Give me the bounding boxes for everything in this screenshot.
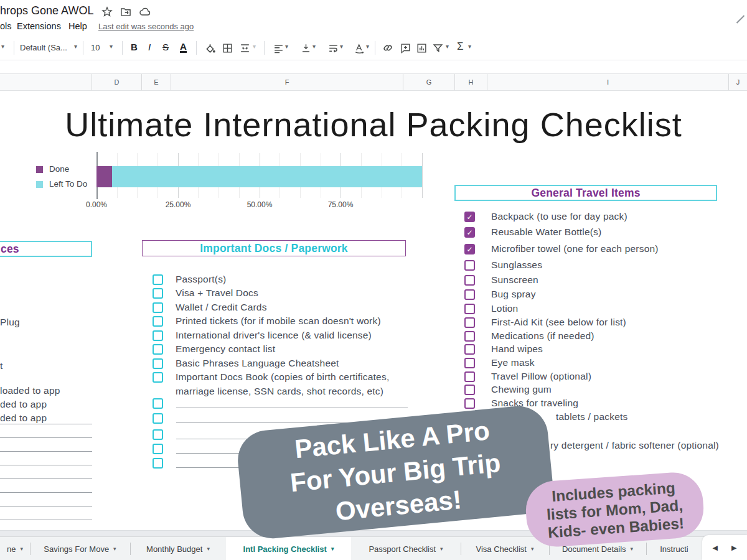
legend-label-done: Done — [49, 164, 69, 174]
font-family-select[interactable]: Default (Sa... — [20, 43, 67, 52]
docs-item-checkbox[interactable] — [153, 302, 163, 313]
legend-swatch-left-to-do — [36, 181, 43, 188]
general-item-label: Medications (if needed) — [491, 330, 594, 342]
general-item-checkbox[interactable] — [464, 317, 475, 328]
docs-item-checkbox[interactable] — [153, 358, 163, 369]
general-item-checkbox[interactable] — [464, 289, 475, 300]
toolbar-overflow-caret[interactable]: ▾ — [1, 43, 4, 50]
docs-blank-checkbox[interactable] — [153, 413, 163, 424]
menu-tools-partial[interactable]: ols — [0, 21, 12, 31]
functions-caret[interactable]: ▾ — [468, 43, 471, 50]
sheet-tab-partial-label: ne — [7, 544, 16, 554]
bold-button[interactable]: B — [131, 42, 138, 52]
tab-scroll-right-icon[interactable]: ▶ — [731, 544, 736, 552]
chart-gridline — [422, 153, 423, 198]
strikethrough-button[interactable]: S — [162, 42, 169, 52]
filter-caret[interactable]: ▾ — [446, 43, 449, 50]
fill-color-icon[interactable] — [203, 41, 217, 55]
star-icon[interactable] — [101, 6, 113, 21]
functions-icon[interactable]: Σ — [457, 40, 464, 53]
docs-item-checkbox[interactable] — [153, 288, 163, 299]
move-folder-icon[interactable] — [120, 6, 132, 21]
docs-blank-checkbox[interactable] — [153, 398, 163, 409]
general-section-header-box: General Travel Items — [454, 185, 717, 201]
general-item-checkbox[interactable] — [464, 275, 475, 286]
tab-scroll-left-icon[interactable]: ◀ — [713, 544, 718, 552]
italic-button[interactable]: I — [148, 42, 151, 52]
promo-banner-pink: Includes packinglists for Mom, Dad,Kids-… — [524, 470, 706, 549]
cloud-status-icon[interactable] — [138, 6, 152, 21]
column-header-cell-blank[interactable] — [0, 74, 92, 90]
sheet-tab-monthly-budget[interactable]: Monthly Budget▾ — [130, 537, 226, 560]
insert-link-icon[interactable] — [381, 41, 395, 55]
column-header-cell-D[interactable]: D — [92, 74, 141, 90]
general-item-checkbox[interactable] — [464, 371, 475, 382]
insert-comment-icon[interactable] — [398, 41, 412, 55]
general-item-checkbox[interactable] — [464, 260, 475, 271]
column-header-cell-E[interactable]: E — [141, 74, 171, 90]
menu-extensions[interactable]: Extensions — [17, 21, 61, 31]
text-wrap-caret[interactable]: ▾ — [340, 43, 343, 50]
last-edit-link[interactable]: Last edit was seconds ago — [98, 22, 194, 31]
docs-item-checkbox[interactable] — [153, 372, 163, 383]
left-blank-writein-line — [0, 520, 92, 520]
merge-cells-icon[interactable] — [238, 41, 251, 55]
general-item-checkbox[interactable] — [464, 398, 475, 409]
font-size-caret[interactable]: ▾ — [110, 43, 113, 50]
left-blank-writein-line — [0, 424, 92, 424]
general-item-checkbox[interactable]: ✓ — [464, 227, 475, 238]
column-header-cell-J[interactable]: J — [728, 74, 747, 90]
sheet-tab-passport-checklist[interactable]: Passport Checklist▾ — [351, 537, 461, 560]
insert-chart-icon[interactable] — [415, 41, 428, 55]
sheet-tab-label: Instructi — [660, 544, 688, 554]
general-item-checkbox[interactable] — [464, 358, 475, 368]
general-item-label: Microfiber towel (one for each person) — [491, 243, 659, 254]
horizontal-align-icon[interactable] — [271, 41, 285, 55]
column-header-cell-H[interactable]: H — [454, 74, 487, 90]
general-item-checkbox[interactable]: ✓ — [464, 212, 475, 222]
docs-item-checkbox[interactable] — [153, 274, 163, 285]
general-item-checkbox[interactable]: ✓ — [464, 244, 475, 254]
menu-help[interactable]: Help — [68, 21, 87, 31]
docs-blank-checkbox[interactable] — [153, 444, 163, 454]
sheet-tab-visa-checklist[interactable]: Visa Checklist▾ — [461, 537, 549, 560]
docs-item-checkbox[interactable] — [153, 344, 163, 355]
column-header-cell-F[interactable]: F — [171, 74, 403, 90]
text-color-button[interactable]: A — [180, 42, 187, 53]
vertical-align-caret[interactable]: ▾ — [312, 43, 316, 50]
toolbar-separator — [83, 41, 83, 55]
font-size-select[interactable]: 10 — [91, 43, 100, 52]
filter-icon[interactable] — [431, 41, 444, 55]
general-item-label: Travel Pillow (optional) — [491, 371, 591, 382]
docs-item-checkbox[interactable] — [153, 316, 163, 327]
sheet-tab-intl-packing-checklist[interactable]: Intl Packing Checklist▾ — [226, 537, 351, 560]
general-item-checkbox[interactable] — [464, 344, 475, 355]
sheet-tab-savings-for-move[interactable]: Savings For Move▾ — [30, 537, 130, 560]
docs-blank-checkbox[interactable] — [153, 458, 163, 469]
general-item-checkbox[interactable] — [464, 331, 475, 342]
sheet-tab-instructi[interactable]: Instructi — [646, 537, 702, 560]
sheet-tab-caret: ▾ — [331, 546, 334, 552]
merge-cells-caret[interactable]: ▾ — [253, 43, 256, 50]
general-item-label: Reusable Water Bottle(s) — [491, 226, 601, 238]
general-item-checkbox[interactable] — [464, 304, 475, 314]
text-rotation-caret[interactable]: ▾ — [366, 43, 369, 50]
general-item-checkbox[interactable] — [464, 385, 475, 395]
text-wrap-icon[interactable] — [326, 41, 340, 55]
toolbar-separator — [375, 41, 375, 55]
horizontal-align-caret[interactable]: ▾ — [285, 43, 288, 50]
progress-chart: Done Left To Do 0.00%25.00%50.00%75.00% — [0, 153, 436, 215]
docs-item-checkbox[interactable] — [153, 330, 163, 341]
column-header-cell-G[interactable]: G — [403, 74, 454, 90]
vertical-align-icon[interactable] — [299, 41, 312, 55]
doc-title[interactable]: hrops Gone AWOL — [0, 4, 93, 17]
toolbar-separator — [122, 41, 123, 55]
chart-plot-area: 0.00%25.00%50.00%75.00% — [96, 153, 423, 215]
borders-icon[interactable] — [220, 41, 234, 55]
text-rotation-icon[interactable] — [352, 41, 366, 55]
sheet-tab-caret: ▾ — [20, 546, 23, 552]
font-family-caret[interactable]: ▾ — [74, 43, 77, 50]
sheet-tab-partial[interactable]: ne▾ — [0, 537, 30, 560]
column-header-cell-I[interactable]: I — [487, 74, 728, 90]
docs-blank-checkbox[interactable] — [153, 429, 163, 440]
